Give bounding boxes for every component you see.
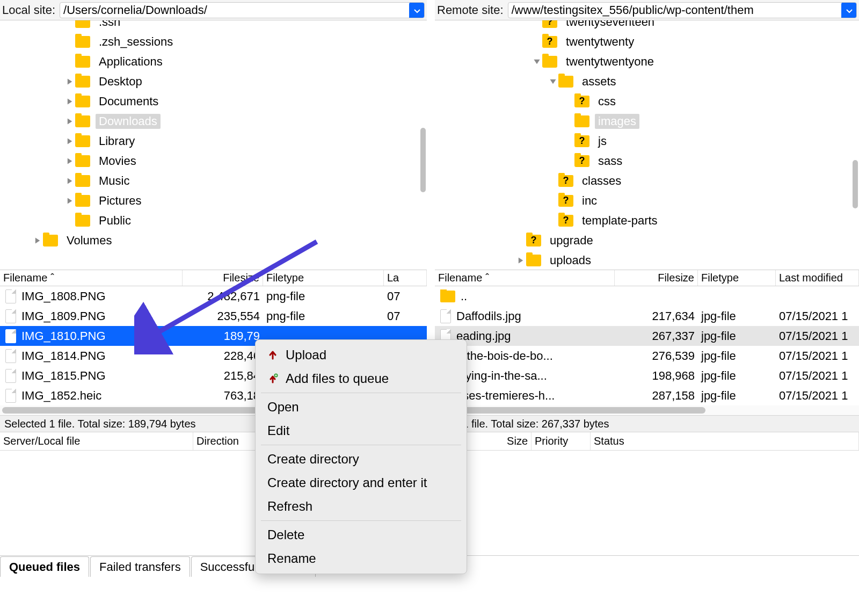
file-icon xyxy=(5,329,16,343)
tree-item[interactable]: Documents xyxy=(0,91,427,111)
tree-item[interactable]: Movies xyxy=(0,151,427,171)
folder-icon xyxy=(75,96,90,107)
menu-refresh[interactable]: Refresh xyxy=(256,495,467,518)
chevron-right-icon[interactable] xyxy=(32,237,43,244)
file-row[interactable]: eading.jpg267,337jpg-file07/15/2021 1 xyxy=(435,326,859,346)
col-filetype[interactable]: Filetype xyxy=(698,270,776,286)
tree-item[interactable]: assets xyxy=(435,71,859,91)
file-row[interactable]: IMG_1808.PNG2,482,671png-file07 xyxy=(0,286,427,306)
col-filename[interactable]: Filenameˆ xyxy=(435,270,615,286)
tab-queued-files[interactable]: Queued files xyxy=(0,556,89,577)
local-site-label: Local site: xyxy=(2,3,55,17)
col-modified[interactable]: Last modified xyxy=(776,270,859,286)
menu-edit[interactable]: Edit xyxy=(256,419,467,443)
file-row[interactable]: n-the-bois-de-bo...276,539jpg-file07/15/… xyxy=(435,346,859,366)
folder-icon xyxy=(574,155,589,167)
remote-file-list[interactable]: ..Daffodils.jpg217,634jpg-file07/15/2021… xyxy=(435,286,859,405)
chevron-down-icon[interactable] xyxy=(548,78,558,85)
tree-item-label: inc xyxy=(579,193,600,208)
tree-item[interactable]: upgrade xyxy=(435,230,859,250)
col-modified[interactable]: La xyxy=(384,270,427,286)
scrollbar-thumb[interactable] xyxy=(437,407,705,414)
col-filesize[interactable]: Filesize xyxy=(183,270,263,286)
tree-item[interactable]: inc xyxy=(435,191,859,211)
tree-item[interactable]: classes xyxy=(435,171,859,191)
scrollbar-thumb[interactable] xyxy=(420,128,426,192)
queue-columns-right: Size Priority Status xyxy=(435,432,859,451)
chevron-right-icon[interactable] xyxy=(64,78,75,85)
scrollbar-thumb[interactable] xyxy=(853,160,858,208)
folder-icon xyxy=(75,76,90,88)
remote-path-combo[interactable]: /www/testingsitex_556/public/wp-content/… xyxy=(508,2,857,18)
file-row[interactable]: IMG_1809.PNG235,554png-file07 xyxy=(0,306,427,326)
chevron-down-icon[interactable] xyxy=(532,58,542,66)
col-filename[interactable]: Filenameˆ xyxy=(0,270,183,286)
file-name: IMG_1814.PNG xyxy=(21,349,106,363)
file-name: oses-tremieres-h... xyxy=(456,389,555,403)
tree-item[interactable]: Applications xyxy=(0,52,427,71)
file-modified: 07/15/2021 1 xyxy=(776,309,859,323)
file-size: 276,539 xyxy=(615,349,698,363)
col-priority[interactable]: Priority xyxy=(532,432,591,450)
tree-item-label: classes xyxy=(579,173,624,189)
tab-failed-transfers[interactable]: Failed transfers xyxy=(90,556,190,577)
file-size: 2,482,671 xyxy=(183,289,263,303)
file-row[interactable]: .. xyxy=(435,286,859,306)
tree-item[interactable]: twentytwenty xyxy=(435,32,859,52)
menu-create-directory[interactable]: Create directory xyxy=(256,447,467,471)
tree-item-label: Documents xyxy=(96,94,162,109)
chevron-right-icon[interactable] xyxy=(64,137,75,145)
file-size: 215,84 xyxy=(183,369,263,383)
add-queue-icon xyxy=(267,373,278,384)
file-modified: 07 xyxy=(384,289,427,303)
tree-item[interactable]: Pictures xyxy=(0,191,427,211)
menu-create-directory-enter[interactable]: Create directory and enter it xyxy=(256,471,467,495)
menu-delete[interactable]: Delete xyxy=(256,523,467,547)
local-tree[interactable]: .ssh.zsh_sessionsApplicationsDesktopDocu… xyxy=(0,20,427,270)
chevron-right-icon[interactable] xyxy=(64,157,75,165)
file-type: png-file xyxy=(263,289,384,303)
local-path-combo[interactable]: /Users/cornelia/Downloads/ xyxy=(60,2,425,18)
tree-item[interactable]: Public xyxy=(0,211,427,230)
tree-item[interactable]: Music xyxy=(0,171,427,191)
menu-upload[interactable]: Upload xyxy=(256,343,467,367)
menu-open[interactable]: Open xyxy=(256,395,467,419)
tree-item[interactable]: Downloads xyxy=(0,111,427,131)
remote-tree[interactable]: twentyseventeentwentytwentytwentytwentyo… xyxy=(435,20,859,270)
col-filesize[interactable]: Filesize xyxy=(615,270,698,286)
file-row[interactable]: oses-tremieres-h...287,158jpg-file07/15/… xyxy=(435,386,859,405)
chevron-right-icon[interactable] xyxy=(515,257,526,264)
file-size: 189,79 xyxy=(183,329,263,343)
tree-item[interactable]: Volumes xyxy=(0,230,427,250)
tree-item[interactable]: Library xyxy=(0,131,427,151)
hscrollbar[interactable] xyxy=(435,405,859,415)
tree-item[interactable]: Desktop xyxy=(0,71,427,91)
folder-icon xyxy=(526,255,541,266)
file-size: 267,337 xyxy=(615,329,698,343)
tree-item[interactable]: template-parts xyxy=(435,211,859,230)
file-row[interactable]: laying-in-the-sa...198,968jpg-file07/15/… xyxy=(435,366,859,386)
tree-item[interactable]: .ssh xyxy=(0,20,427,32)
menu-rename[interactable]: Rename xyxy=(256,547,467,570)
tree-item[interactable]: images xyxy=(435,111,859,131)
file-modified: 07/15/2021 1 xyxy=(776,329,859,343)
chevron-down-icon[interactable] xyxy=(841,2,857,18)
file-row[interactable]: Daffodils.jpg217,634jpg-file07/15/2021 1 xyxy=(435,306,859,326)
chevron-down-icon[interactable] xyxy=(409,2,425,18)
tree-item[interactable]: sass xyxy=(435,151,859,171)
tree-item[interactable]: twentyseventeen xyxy=(435,20,859,32)
chevron-right-icon[interactable] xyxy=(64,197,75,205)
file-name: .. xyxy=(461,289,467,303)
tree-item[interactable]: .zsh_sessions xyxy=(0,32,427,52)
tree-item[interactable]: twentytwentyone xyxy=(435,52,859,71)
chevron-right-icon[interactable] xyxy=(64,98,75,105)
col-server-local-file[interactable]: Server/Local file xyxy=(0,432,193,450)
tree-item[interactable]: js xyxy=(435,131,859,151)
menu-add-to-queue[interactable]: Add files to queue xyxy=(256,367,467,390)
tree-item[interactable]: uploads xyxy=(435,250,859,270)
col-status[interactable]: Status xyxy=(591,432,859,450)
col-filetype[interactable]: Filetype xyxy=(263,270,384,286)
chevron-right-icon[interactable] xyxy=(64,177,75,185)
tree-item[interactable]: css xyxy=(435,91,859,111)
chevron-right-icon[interactable] xyxy=(64,118,75,125)
